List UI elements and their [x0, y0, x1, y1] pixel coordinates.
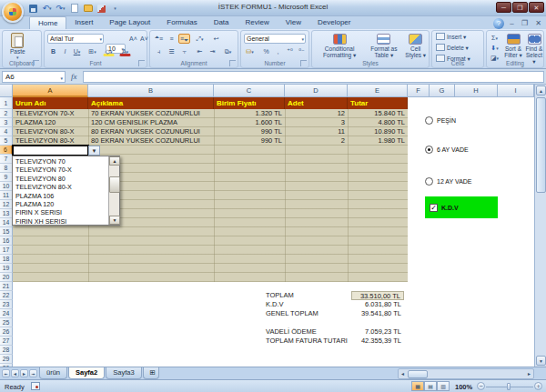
dropdown-item-6[interactable]: FIRIN X SERISI — [13, 208, 108, 216]
kdv-checkbox-panel[interactable]: ✓ K.D.V — [425, 196, 498, 218]
increase-indent-icon[interactable]: ⇥ — [207, 46, 218, 56]
insert-function-icon[interactable]: fx — [67, 72, 81, 81]
styles-button-1[interactable]: Format as Table ▾ — [365, 34, 402, 58]
underline-icon[interactable]: U▾ — [71, 46, 83, 56]
dropdown-item-4[interactable]: PLAZMA 106 — [13, 192, 108, 200]
ribbon-tab-review[interactable]: Review — [238, 16, 278, 29]
radio-icon-0[interactable] — [425, 116, 433, 125]
cell-B4[interactable]: 80 EKRAN YUKSEK COZUNURLUI — [88, 127, 214, 136]
borders-icon[interactable]: ⊞▾ — [86, 46, 98, 56]
align-center-icon[interactable]: ☰ — [166, 46, 177, 56]
alignment-dialog-launcher[interactable] — [229, 60, 236, 66]
sort-filter-button[interactable]: Sort & Filter ▾ — [503, 34, 523, 58]
data-validation-dropdown-button[interactable]: ▼ — [88, 146, 100, 156]
help-icon[interactable]: ? — [493, 18, 504, 29]
accounting-format-icon[interactable]: ⛁▾ — [244, 46, 256, 56]
cell-B3[interactable]: 120 CM GENISLIK PLAZMA — [88, 118, 214, 127]
first-sheet-icon[interactable]: ⯬ — [2, 369, 10, 377]
align-middle-icon[interactable]: ≡ — [166, 34, 177, 44]
cell-B5[interactable]: 80 EKRAN YUKSEK COZUNURLUI — [88, 136, 214, 146]
scroll-left-icon[interactable]: ◄ — [399, 370, 407, 378]
font-name-combo[interactable]: Arial Tur▾ — [47, 34, 104, 44]
increase-decimal-icon[interactable]: ⁺⁰ — [284, 46, 296, 56]
font-dialog-launcher[interactable] — [138, 60, 145, 66]
page-break-view-icon[interactable]: ▥ — [437, 381, 450, 391]
align-bottom-icon[interactable]: ≡🞃 — [178, 34, 190, 44]
cell-C2[interactable]: 1.320 TL — [214, 109, 285, 118]
decrease-decimal-icon[interactable]: ⁰⁻ — [296, 46, 308, 56]
wrap-text-icon[interactable]: ↩ — [210, 34, 222, 44]
cell-D2[interactable]: 12 — [285, 109, 348, 118]
last-sheet-icon[interactable]: ⯮ — [29, 369, 37, 377]
clipboard-dialog-launcher[interactable] — [33, 60, 39, 66]
scroll-up-icon[interactable]: ▲ — [109, 156, 120, 166]
autosum-icon[interactable]: Σ▾ — [489, 33, 500, 43]
number-dialog-launcher[interactable] — [300, 60, 307, 66]
comma-style-icon[interactable]: , — [272, 46, 284, 56]
zoom-slider-handle[interactable] — [507, 383, 511, 390]
bold-icon[interactable]: B — [47, 46, 59, 56]
fill-icon[interactable]: ⬇▾ — [489, 43, 500, 53]
column-header-G[interactable]: G — [430, 85, 455, 97]
insert-worksheet-tab[interactable]: ⊞ — [143, 367, 159, 379]
ribbon-tab-formulas[interactable]: Formulas — [158, 16, 205, 29]
merge-center-icon[interactable]: ⧉▾ — [222, 46, 234, 56]
align-top-icon[interactable]: 🞁≡ — [153, 34, 165, 44]
dropdown-item-1[interactable]: TELEVIZYON 70-X — [13, 166, 108, 174]
dropdown-item-3[interactable]: TELEVIZYON 80-X — [13, 183, 108, 191]
scroll-thumb[interactable] — [109, 176, 120, 193]
scroll-down-icon[interactable]: ▼ — [109, 216, 120, 225]
kdv-checkbox-icon[interactable]: ✓ — [430, 204, 438, 212]
column-header-B[interactable]: B — [88, 85, 214, 97]
sheet-tab-ürün[interactable]: ürün — [39, 367, 67, 379]
cell-A2[interactable]: TELEVIZYON 70-X — [13, 109, 88, 118]
zoom-out-icon[interactable]: − — [477, 382, 485, 390]
cell-B2[interactable]: 70 EKRAN YUKSEK COZUNURLUI — [88, 109, 214, 118]
next-sheet-icon[interactable]: ► — [20, 369, 28, 377]
cell-E4[interactable]: 10.890 TL — [348, 127, 408, 136]
payment-option-1[interactable]: 6 AY VADE — [425, 146, 469, 154]
column-header-F[interactable]: F — [408, 85, 430, 97]
percent-style-icon[interactable]: % — [260, 46, 272, 56]
italic-icon[interactable]: I — [59, 46, 71, 56]
cell-C5[interactable]: 990 TL — [214, 136, 285, 146]
select-all-corner[interactable] — [0, 85, 13, 97]
cell-E3[interactable]: 4.800 TL — [348, 118, 408, 127]
column-header-E[interactable]: E — [348, 85, 408, 97]
paste-button[interactable]: Paste▾ — [10, 33, 25, 61]
macro-record-icon[interactable] — [31, 382, 40, 390]
horizontal-scroll-thumb[interactable] — [408, 370, 428, 378]
ribbon-tab-page-layout[interactable]: Page Layout — [101, 16, 158, 29]
cell-E5[interactable]: 1.980 TL — [348, 136, 408, 146]
cell-A3[interactable]: PLAZMA 120 — [13, 118, 88, 127]
payment-option-0[interactable]: PEŞİN — [425, 116, 456, 125]
align-left-icon[interactable]: ⫞ — [153, 46, 165, 56]
cell-D4[interactable]: 11 — [285, 127, 348, 136]
zoom-level[interactable]: 100% — [455, 383, 472, 391]
cells-button-0[interactable]: Insert ▾ — [436, 32, 470, 43]
ribbon-tab-insert[interactable]: Insert — [66, 16, 101, 29]
prev-sheet-icon[interactable]: ◄ — [11, 369, 19, 377]
column-header-I[interactable]: I — [498, 85, 534, 97]
styles-button-0[interactable]: Conditional Formatting ▾ — [314, 34, 365, 58]
cell-D5[interactable]: 2 — [285, 136, 348, 146]
cell-D3[interactable]: 3 — [285, 118, 348, 127]
decrease-indent-icon[interactable]: ⇤ — [194, 46, 206, 56]
radio-icon-2[interactable] — [425, 177, 433, 186]
fill-color-icon[interactable]: ◇▾ — [103, 46, 115, 56]
sheet-tab-sayfa2[interactable]: Sayfa2 — [68, 367, 105, 379]
ribbon-tab-view[interactable]: View — [278, 16, 309, 29]
dropdown-item-2[interactable]: TELEVIZYON 80 — [13, 175, 108, 183]
vertical-scrollbar[interactable]: ▲ ▼ — [534, 85, 546, 367]
cell-C4[interactable]: 990 TL — [214, 127, 285, 136]
minimize-button[interactable]: ─ — [496, 2, 511, 13]
cell-C3[interactable]: 1.600 TL — [214, 118, 285, 127]
number-format-combo[interactable]: General▾ — [244, 34, 306, 44]
zoom-slider[interactable]: − ＋ — [477, 382, 542, 391]
page-layout-view-icon[interactable]: ▤ — [424, 381, 437, 391]
ribbon-tab-home[interactable]: Home — [29, 16, 66, 29]
column-header-C[interactable]: C — [214, 85, 285, 97]
ribbon-tab-developer[interactable]: Developer — [309, 16, 359, 29]
ribbon-tab-data[interactable]: Data — [206, 16, 238, 29]
dropdown-scrollbar[interactable]: ▲ ▼ — [108, 156, 119, 225]
